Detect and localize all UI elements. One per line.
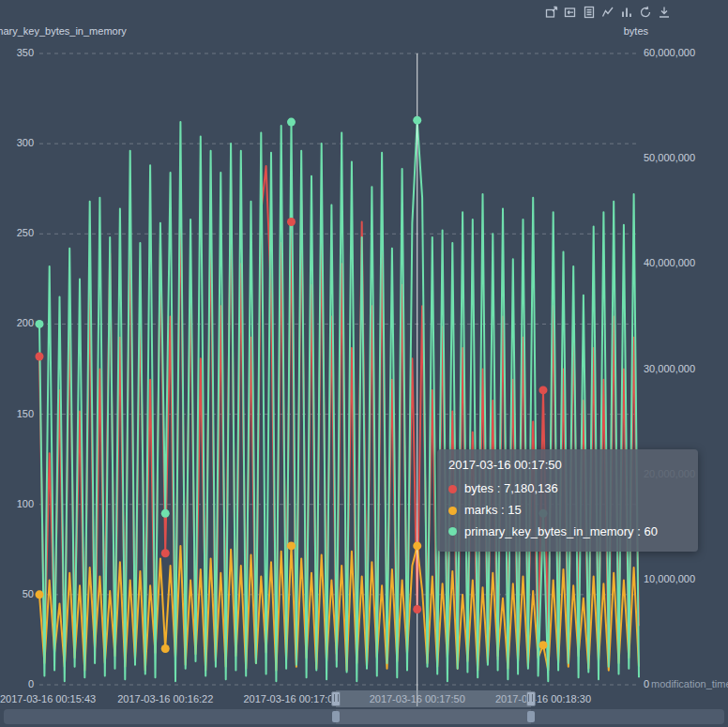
- series-marker-bytes: [36, 353, 44, 361]
- series-marker-bytes: [161, 549, 170, 557]
- datazoom-track-left-handle[interactable]: [332, 711, 340, 722]
- marks-series-dot: [448, 507, 457, 515]
- left-tick-label: 300: [4, 137, 34, 148]
- tooltip-title: 2017-03-16 00:17:50: [448, 457, 687, 475]
- right-tick-label: 50,000,000: [644, 152, 695, 163]
- series-marker-primary_key_bytes_in_memory: [161, 509, 170, 518]
- tooltip-row-bytes: bytes : 7,180,136: [448, 480, 687, 498]
- left-tick-label: 350: [4, 47, 34, 58]
- chart-panel: primary_key_bytes_in_memory bytes 050100…: [0, 0, 728, 727]
- series-marker-bytes: [287, 218, 296, 226]
- download-icon[interactable]: [657, 5, 672, 20]
- series-marker-marks: [413, 541, 421, 550]
- zoom-select-icon[interactable]: [544, 5, 559, 20]
- refresh-icon[interactable]: [638, 5, 653, 20]
- datazoom-track-right-handle[interactable]: [527, 711, 535, 722]
- tooltip-row-text: bytes : 7,180,136: [464, 480, 558, 498]
- right-tick-label: 10,000,000: [644, 573, 695, 584]
- tooltip-row-text: marks : 15: [464, 502, 522, 520]
- series-marker-marks: [538, 641, 547, 649]
- line-chart-icon[interactable]: [600, 5, 615, 20]
- datazoom-right-handle[interactable]: [526, 691, 536, 706]
- tooltip-row-primary-key: primary_key_bytes_in_memory : 60: [448, 523, 687, 541]
- tooltip-row-text: primary_key_bytes_in_memory : 60: [464, 523, 658, 541]
- datazoom-window[interactable]: [336, 690, 531, 707]
- series-marker-primary_key_bytes_in_memory: [413, 116, 421, 125]
- series-marker-bytes: [538, 386, 547, 394]
- datazoom-left-handle[interactable]: [331, 691, 341, 706]
- toolbar: [544, 5, 672, 20]
- series-marker-primary_key_bytes_in_memory: [36, 320, 44, 328]
- series-marker-primary_key_bytes_in_memory: [287, 118, 296, 127]
- chart-plot[interactable]: [0, 0, 728, 727]
- data-view-icon[interactable]: [582, 5, 597, 20]
- tooltip-row-marks: marks : 15: [448, 502, 687, 520]
- left-axis-title: primary_key_bytes_in_memory: [0, 25, 127, 37]
- right-tick-label: 0: [644, 678, 649, 689]
- series-marker-bytes: [413, 605, 421, 613]
- series-marker-marks: [36, 590, 44, 598]
- series-marker-marks: [161, 644, 170, 653]
- bar-chart-icon[interactable]: [619, 5, 634, 20]
- bytes-series-dot: [448, 485, 457, 493]
- left-tick-label: 250: [4, 227, 34, 238]
- x-axis-title: modification_time: [651, 678, 728, 689]
- left-tick-label: 150: [4, 408, 34, 419]
- zoom-reset-icon[interactable]: [563, 5, 578, 20]
- x-tick-label: 2017-03-16 00:16:22: [117, 693, 213, 704]
- left-tick-label: 100: [4, 498, 34, 509]
- left-tick-label: 0: [4, 678, 34, 689]
- x-tick-label: 2017-03-16 00:17:06: [243, 693, 339, 704]
- primary-key-series-dot: [448, 527, 457, 536]
- right-tick-label: 60,000,000: [644, 47, 695, 58]
- right-tick-label: 30,000,000: [644, 363, 695, 374]
- series-marker-marks: [287, 541, 296, 550]
- left-tick-label: 200: [4, 317, 34, 328]
- x-tick-label: 2017-03-16 00:15:43: [0, 693, 96, 704]
- datazoom-track-window[interactable]: [336, 709, 531, 724]
- tooltip: 2017-03-16 00:17:50 bytes : 7,180,136 ma…: [437, 449, 698, 552]
- left-tick-label: 50: [4, 588, 34, 599]
- right-axis-title: bytes: [624, 25, 648, 37]
- right-tick-label: 40,000,000: [644, 257, 695, 268]
